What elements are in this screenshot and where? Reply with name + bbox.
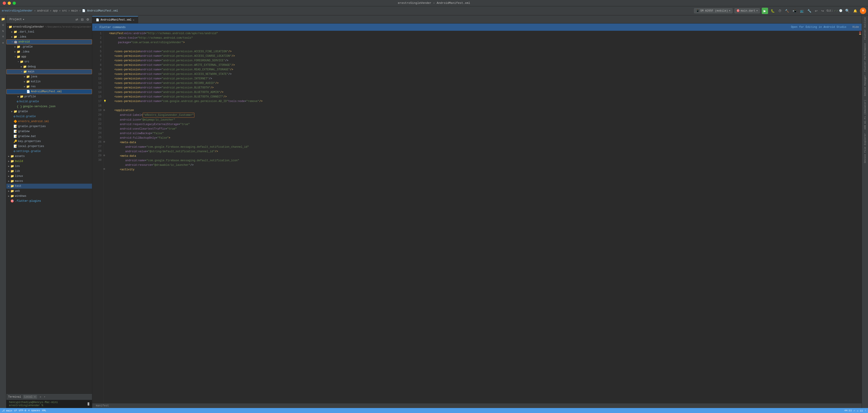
tree-item-erestro-iml[interactable]: ▶ 🔶 erestro_android.iml — [6, 119, 92, 124]
tree-item-gradle-root[interactable]: ▶ 📁 gradle — [6, 109, 92, 114]
tree-item-kotlin[interactable]: ▶ 📁 kotlin — [6, 79, 92, 84]
open-android-studio-link[interactable]: Open for Editing in Android Studio — [791, 26, 846, 29]
avd-button[interactable]: 📺 — [799, 8, 805, 13]
tree-item-lib[interactable]: ▶ 📁 lib — [6, 169, 92, 174]
settings-icon[interactable]: ⚙ — [86, 17, 90, 22]
tree-label-assets: assets — [15, 155, 25, 158]
tree-item-res[interactable]: ▶ 📁 res — [6, 84, 92, 89]
tree-item-google-services[interactable]: ▶ { } google-services.json — [6, 104, 92, 109]
tree-item-windows[interactable]: ▶ 📁 windows — [6, 194, 92, 199]
terminal-local-label[interactable]: Local ✕ — [23, 395, 37, 399]
close-button[interactable] — [3, 2, 6, 5]
window-controls[interactable] — [3, 2, 16, 5]
terminal-tab-label[interactable]: Terminal — [8, 395, 21, 399]
code-content[interactable]: <manifest xmlns:android="http://schemas.… — [107, 31, 859, 403]
folder-icon-ios: 📁 — [10, 165, 14, 168]
tree-item-key-properties[interactable]: ▶ 🔑 key.properties — [6, 139, 92, 144]
minimize-button[interactable] — [8, 2, 11, 5]
breadcrumb-android[interactable]: android — [37, 9, 49, 12]
maximize-button[interactable] — [13, 2, 16, 5]
breadcrumb-file[interactable]: 📄 AndroidManifest.xml — [82, 9, 118, 12]
tree-item-test[interactable]: ▶ 📁 test — [6, 184, 92, 189]
sync-icon[interactable]: ⇄ — [74, 17, 79, 22]
undo-button[interactable]: ↩ — [814, 8, 818, 13]
tree-item-settings-gradle[interactable]: ▶ ⚙ settings.gradle — [6, 149, 92, 154]
tree-item-gradlew[interactable]: ▶ 📝 gradlew — [6, 129, 92, 134]
terminal-add-btn[interactable]: ＋ — [39, 395, 42, 399]
tree-item-main[interactable]: ▾ 📁 main — [6, 69, 92, 74]
tree-item-dart-tool[interactable]: ▶ 📁 .dart_tool — [6, 29, 92, 34]
fold-30[interactable]: ⊟ — [103, 167, 107, 172]
tree-item-web[interactable]: ▶ 📁 web — [6, 189, 92, 194]
adb-wifi-panel[interactable]: ADB Wi-Fi (Emulator) — [863, 98, 867, 131]
tree-item-local-properties[interactable]: ▶ 📝 local.properties — [6, 144, 92, 149]
hide-button[interactable]: Hide — [852, 26, 859, 29]
code-line-13: <uses-permission android:name="android.p… — [107, 86, 859, 90]
fold-10 — [103, 72, 107, 77]
sdk-button[interactable]: 🔧 — [807, 8, 812, 13]
notifications-button[interactable]: 🔔 — [852, 8, 858, 13]
fold-17[interactable]: ⊟ — [103, 108, 107, 113]
left-icon-favorites[interactable]: ★ — [0, 40, 6, 45]
tree-item-gradle[interactable]: ▶ 📁 .gradle — [6, 44, 92, 49]
left-icon-pull-requests[interactable]: ⇅ — [0, 28, 6, 33]
fold-27[interactable]: ⊟ — [103, 153, 107, 158]
tree-item-assets[interactable]: ▶ 📁 assets — [6, 154, 92, 159]
tree-item-flutter-plugins[interactable]: ▶ 🎯 .flutter-plugins — [6, 199, 92, 204]
project-dropdown[interactable]: Project ▾ — [8, 17, 26, 22]
tree-item-gradlew-bat[interactable]: ▶ 📝 gradlew.bat — [6, 134, 92, 139]
dart-selector[interactable]: 🎯 main.dart ▾ — [735, 8, 760, 13]
line-numbers: 1 2 3 4 5 6 7 8 9 10 11 12 13 14 15 17 1… — [92, 31, 103, 403]
redo-button[interactable]: ↪ — [820, 8, 825, 13]
fold-24[interactable]: ⊟ — [103, 140, 107, 144]
status-scroll-btn[interactable]: ↑ — [865, 409, 866, 412]
tree-label-idea2: .idea — [21, 50, 29, 53]
tree-item-android[interactable]: ▾ 🤖 android — [6, 39, 92, 44]
tree-item-build[interactable]: ▶ 📁 build — [6, 159, 92, 164]
tree-item-debug[interactable]: ▶ 📁 debug — [6, 64, 92, 69]
tree-item-build-gradle-app[interactable]: ▶ ⚙ build.gradle — [6, 99, 92, 104]
breadcrumb-project[interactable]: erestroSingleVender — [2, 9, 33, 12]
breadcrumb-main[interactable]: main — [71, 9, 78, 12]
flutter-outline-panel[interactable]: Flutter Outline — [863, 16, 867, 41]
tree-item-src[interactable]: ▾ 📁 src — [6, 59, 92, 64]
tree-item-linux[interactable]: ▶ 📁 linux — [6, 174, 92, 179]
fold-gutter: 💡 ⊟ ⊟ ⊟ ⊟ — [103, 31, 107, 403]
device-selector[interactable]: 📱 SM A205F (mobile) ▾ — [694, 8, 733, 13]
debug-button[interactable]: 🐛 — [770, 8, 776, 13]
tree-item-app[interactable]: ▾ 📁 app — [6, 54, 92, 59]
device-file-explorer-panel[interactable]: Device File Explorer — [863, 131, 867, 165]
tree-item-java[interactable]: ▶ 📁 java — [6, 74, 92, 79]
device-manager-panel[interactable]: Device Manager — [863, 73, 867, 98]
tree-item-profile[interactable]: ▶ 📁 profile — [6, 94, 92, 99]
breadcrumb-app[interactable]: app — [53, 9, 58, 12]
device-manager-icon-btn[interactable]: 📲 — [792, 8, 797, 13]
tab-close-btn[interactable]: ✕ — [133, 19, 134, 22]
tree-item-macos[interactable]: ▶ 📁 macos — [6, 179, 92, 184]
profile-button[interactable]: ⏱ — [777, 8, 782, 13]
search-button[interactable]: 🔍 — [844, 8, 850, 14]
left-icon-commit[interactable]: ⊙ — [0, 22, 6, 28]
left-icon-structure[interactable]: ≡ — [0, 34, 6, 39]
fold-13 — [103, 86, 107, 90]
run-button[interactable]: ▶ — [762, 8, 768, 14]
avatar[interactable]: H — [860, 8, 866, 14]
tree-item-androidmanifest[interactable]: ▶ 📄 AndroidManifest.xml — [6, 89, 92, 94]
tree-label-gradlew: gradlew — [18, 130, 29, 133]
tree-label-build-gradle-app: build.gradle — [20, 100, 39, 103]
tree-item-gradle-properties[interactable]: ▶ 📝 gradle.properties — [6, 124, 92, 129]
tree-item-build-gradle-root[interactable]: ▶ ⚙ build.gradle — [6, 114, 92, 119]
tab-androidmanifest[interactable]: 📄 AndroidManifest.xml ✕ — [92, 16, 138, 23]
flutter-performance-panel[interactable]: Flutter Performance — [863, 41, 867, 73]
tree-item-ios[interactable]: ▶ 📁 ios — [6, 164, 92, 169]
tree-item-idea2[interactable]: ▶ 📁 .idea — [6, 49, 92, 54]
tree-item-idea[interactable]: ▶ 📁 .idea — [6, 34, 92, 39]
build-button[interactable]: 🔨 — [784, 8, 790, 13]
collapse-icon[interactable]: ⊟ — [80, 17, 85, 22]
bulb-icon[interactable]: 💡 — [103, 99, 107, 104]
terminal-chevron[interactable]: ▾ — [44, 395, 45, 398]
breadcrumb-src[interactable]: src — [62, 9, 67, 12]
tree-label-lib: lib — [15, 170, 20, 173]
tree-item-root[interactable]: ▾ 📁 erestroSingleVender ~/Documents/eres… — [6, 24, 92, 29]
left-icon-project[interactable]: 📁 — [0, 16, 6, 22]
